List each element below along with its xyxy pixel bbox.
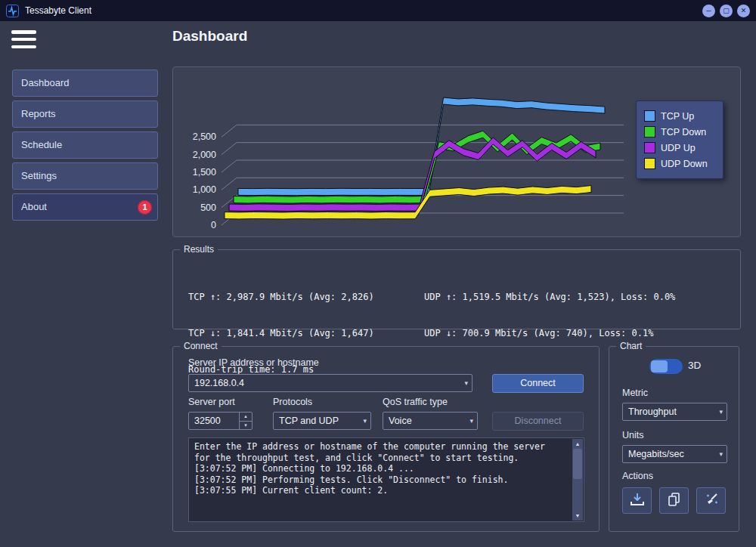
units-value: Megabits/sec — [628, 449, 684, 459]
qos-label: QoS traffic type — [383, 397, 448, 407]
result-line: TCP ↑: 2,987.9 Mbit/s (Avg: 2,826) — [188, 291, 374, 303]
3d-toggle-knob — [651, 360, 668, 372]
legend-swatch — [644, 158, 655, 169]
svg-text:0: 0 — [211, 220, 216, 230]
legend-label: TCP Up — [661, 111, 694, 122]
svg-text:1,500: 1,500 — [193, 167, 216, 178]
actions-label: Actions — [622, 471, 653, 481]
results-groupbox: Results TCP ↑: 2,987.9 Mbit/s (Avg: 2,82… — [172, 249, 741, 329]
copy-icon — [667, 492, 682, 510]
chevron-down-icon: ▾ — [719, 403, 723, 420]
result-line: TCP ↓: 1,841.4 Mbit/s (Avg: 1,647) — [188, 327, 374, 339]
protocols-combobox[interactable]: TCP and UDP ▾ — [273, 412, 371, 430]
app-title: Tessabyte Client — [25, 5, 91, 16]
units-combobox[interactable]: Megabits/sec ▾ — [622, 445, 727, 463]
disconnect-button[interactable]: Disconnect — [492, 412, 584, 431]
maximize-button[interactable]: ▢ — [720, 5, 733, 17]
3d-toggle[interactable] — [649, 359, 683, 374]
chevron-down-icon: ▾ — [469, 413, 473, 429]
legend-swatch — [644, 142, 655, 153]
sidebar-item-about[interactable]: About 1 — [12, 193, 158, 221]
connect-groupbox: Connect Server IP address or hostname 19… — [172, 346, 600, 532]
chart-options-title: Chart — [616, 341, 646, 351]
svg-text:2,500: 2,500 — [193, 131, 216, 142]
notification-badge: 1 — [138, 200, 152, 215]
legend-item: UDP Down — [644, 156, 723, 172]
legend-label: UDP Up — [661, 143, 696, 153]
legend-item: UDP Up — [644, 140, 723, 156]
app-logo-icon — [6, 5, 19, 17]
chevron-down-icon: ▾ — [719, 446, 723, 462]
scrollbar-thumb[interactable] — [573, 449, 582, 479]
minimize-button[interactable]: ─ — [702, 5, 715, 17]
result-line: UDP ↓: 700.9 Mbit/s (Avg: 740), Loss: 0.… — [424, 327, 675, 339]
results-title: Results — [180, 244, 218, 255]
save-results-button[interactable] — [622, 487, 652, 514]
server-ip-label: Server IP address or hostname — [188, 357, 319, 368]
legend-label: TCP Down — [661, 127, 706, 138]
log-area[interactable]: Enter the IP address or hostname of the … — [188, 437, 584, 522]
legend-item: TCP Down — [644, 124, 723, 140]
metric-label: Metric — [622, 388, 648, 398]
protocols-label: Protocols — [273, 397, 312, 407]
server-port-spinner[interactable]: 32500 ▲ ▼ — [188, 412, 253, 430]
close-button[interactable]: ✕ — [737, 5, 750, 17]
clear-chart-button[interactable] — [696, 487, 726, 514]
sidebar-item-settings[interactable]: Settings — [12, 162, 158, 190]
svg-text:500: 500 — [200, 202, 216, 213]
units-label: Units — [622, 430, 643, 440]
spinner-down-button[interactable]: ▼ — [240, 422, 252, 430]
clean-brush-icon — [704, 492, 719, 510]
sidebar-item-dashboard[interactable]: Dashboard — [12, 70, 158, 97]
result-line: UDP ↑: 1,519.5 Mbit/s (Avg: 1,523), Loss… — [424, 291, 675, 303]
sidebar-item-schedule[interactable]: Schedule — [12, 131, 158, 159]
server-ip-combobox[interactable]: 192.168.0.4 ▾ — [188, 374, 472, 392]
svg-text:1,000: 1,000 — [193, 184, 216, 195]
metric-value: Throughput — [628, 406, 677, 417]
legend-item: TCP Up — [644, 108, 723, 124]
metric-combobox[interactable]: Throughput ▾ — [622, 403, 727, 421]
svg-text:2,000: 2,000 — [193, 150, 216, 160]
hamburger-menu-icon[interactable] — [11, 30, 36, 48]
server-ip-value: 192.168.0.4 — [194, 378, 244, 388]
qos-combobox[interactable]: Voice ▾ — [383, 412, 478, 430]
server-port-value: 32500 — [189, 416, 221, 426]
spinner-rail: ▲ ▼ — [239, 413, 252, 429]
log-text: Enter the IP address or hostname of the … — [194, 441, 569, 518]
log-scrollbar[interactable]: ▲ ▼ — [572, 439, 583, 521]
sidebar-item-label: About — [21, 201, 47, 212]
3d-toggle-label: 3D — [688, 360, 701, 371]
chart-legend: TCP Up TCP Down UDP Up UDP Down — [636, 100, 723, 179]
chevron-down-icon: ▾ — [363, 413, 367, 429]
page-title: Dashboard — [172, 28, 247, 45]
legend-label: UDP Down — [661, 159, 708, 169]
qos-value: Voice — [389, 416, 412, 426]
throughput-chart: 05001,0001,5002,0002,500 — [178, 70, 646, 233]
connect-button[interactable]: Connect — [492, 374, 584, 393]
legend-swatch — [644, 110, 655, 122]
chart-options-groupbox: Chart 3D Metric Throughput ▾ Units Megab… — [609, 346, 739, 532]
scrollbar-down-icon[interactable]: ▼ — [572, 511, 583, 521]
sidebar-item-reports[interactable]: Reports — [12, 100, 158, 128]
chart-panel: 05001,0001,5002,0002,500 TCP Up TCP Down… — [172, 66, 741, 237]
connect-title: Connect — [180, 341, 222, 351]
spinner-up-button[interactable]: ▲ — [240, 413, 252, 422]
legend-swatch — [644, 126, 655, 138]
protocols-value: TCP and UDP — [279, 416, 339, 426]
chevron-down-icon: ▾ — [464, 375, 468, 391]
scrollbar-up-icon[interactable]: ▲ — [572, 439, 583, 449]
window-controls: ─ ▢ ✕ — [702, 5, 750, 17]
server-port-label: Server port — [188, 397, 235, 407]
copy-results-button[interactable] — [659, 487, 689, 514]
titlebar: Tessabyte Client ─ ▢ ✕ — [0, 0, 756, 21]
download-icon — [629, 492, 646, 510]
